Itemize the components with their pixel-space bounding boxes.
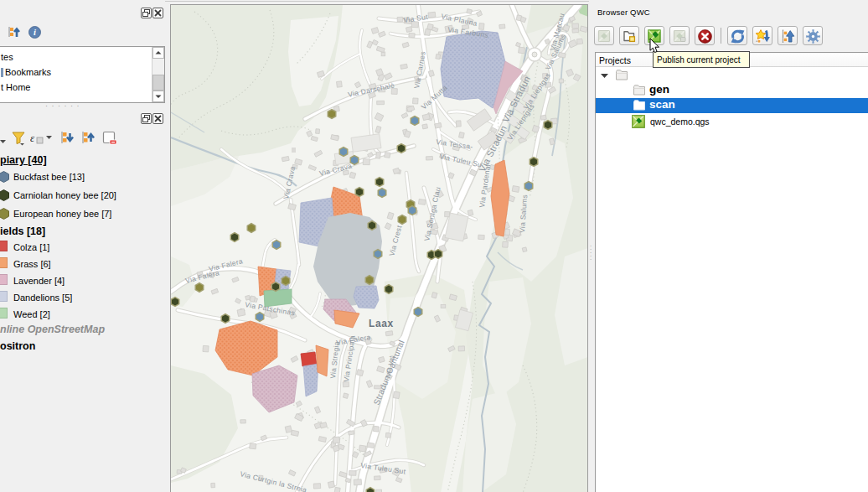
svg-text:i: i: [34, 28, 36, 37]
svg-text:ε: ε: [30, 132, 35, 144]
svg-text:Laax: Laax: [369, 318, 394, 329]
